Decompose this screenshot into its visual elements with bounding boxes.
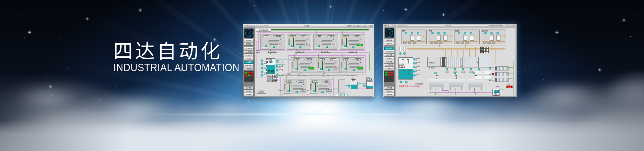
sidebar-nav-button[interactable]: P7 隐藏监控: [244, 67, 254, 70]
valve-dot: [263, 37, 264, 38]
pt-label: PT601: [507, 84, 510, 85]
io-chip: [317, 70, 324, 71]
valve-dot: [449, 36, 450, 37]
pump-icon: [299, 46, 302, 48]
nav-right-button[interactable]: ▶: [247, 25, 249, 27]
sidebar-nav-button[interactable]: P1 预处理: [384, 47, 394, 50]
io-chip: [292, 70, 299, 71]
flow-tube: [403, 47, 405, 51]
mini-table-value: 0.3: [484, 49, 489, 51]
dosing-skid: PAML: [428, 30, 453, 44]
value-display: 38.2: [290, 35, 296, 37]
minimize-button[interactable]: –: [511, 24, 513, 27]
pump-icon: [478, 68, 480, 70]
close-button[interactable]: ×: [370, 25, 373, 27]
sidebar-nav-button[interactable]: P6 化学清洗: [244, 64, 254, 67]
sidebar-nav-button[interactable]: P5 反渗透: [384, 60, 394, 63]
valve-dot: [311, 82, 312, 83]
alarm-button[interactable]: 报警查看: [384, 39, 394, 42]
dosing-tank: [443, 35, 447, 41]
agitator-icon: [496, 32, 499, 34]
sidebar-nav-button[interactable]: P4 超滤: [384, 57, 394, 60]
mini-table-label: FT: [480, 51, 484, 53]
scada-screenshot-pretreatment[interactable]: ◀▶12/02/1609:05:01 上午运行监视高级用户(P16998级)0.…: [383, 24, 517, 97]
sidebar-nav-button[interactable]: P7 隐藏监控: [384, 67, 394, 70]
status-cell: [391, 71, 393, 73]
titlebar: ◀▶12/02/1609:05:01 上午运行监视高级用户(P16998级)0.…: [243, 24, 373, 28]
user-button[interactable]: 退出系统: [384, 93, 394, 96]
io-chip: [434, 42, 438, 44]
banner-title-english: INDUSTRIAL AUTOMATION: [113, 62, 239, 74]
sidebar-nav-button[interactable]: P2 V型滤池: [244, 51, 254, 54]
dosing-skid: Na2CO3L: [481, 30, 506, 44]
alarm-button[interactable]: 报警消音: [384, 42, 394, 45]
nav-right-button[interactable]: ▶: [387, 24, 389, 27]
value-display: 29.2: [343, 35, 349, 37]
display-label: FT: [304, 59, 306, 60]
nav-left-button[interactable]: ◀: [244, 25, 246, 27]
sidebar-nav-button[interactable]: P4 超滤: [244, 57, 254, 60]
tank-body: [351, 82, 358, 89]
titlebar-view-mode: 运行监视: [408, 24, 489, 27]
membrane-vessel: [299, 63, 310, 65]
ro-unit: CT1.2FT180.9A停机: [260, 34, 284, 50]
io-chip: [341, 70, 348, 71]
star: [622, 27, 623, 27]
sidebar-nav-button[interactable]: P3 多介质: [384, 54, 394, 57]
indicator-row: [245, 72, 253, 74]
minimize-button[interactable]: –: [368, 25, 370, 27]
mini-table-row: FT6.1: [480, 51, 489, 53]
io-chip: [461, 42, 464, 44]
value-display: 1.2: [264, 35, 269, 37]
sidebar-nav-button[interactable]: P1 预处理: [244, 47, 254, 50]
alarm-button[interactable]: 报警消音: [244, 43, 254, 46]
sidebar-nav-button[interactable]: P2 V型滤池: [384, 50, 394, 53]
user-button[interactable]: 用户登出: [384, 90, 394, 93]
marker: A: [303, 84, 304, 85]
pipe-tag: [416, 62, 420, 64]
titlebar-time: 09:05:01 上午: [257, 25, 267, 27]
press-valve: [492, 73, 494, 75]
alarm-button[interactable]: 报警查看: [244, 39, 254, 42]
local-control-button[interactable]: 就地控制: [257, 91, 266, 94]
marker: A: [360, 38, 361, 40]
scada-screenshot-ro-system[interactable]: ◀▶12/02/1609:05:01 上午运行监视高级用户(P16998级)0.…: [243, 24, 374, 97]
value-display: 0.1: [330, 58, 336, 60]
user-button[interactable]: 用户登出: [244, 90, 254, 93]
pump-icon: [434, 72, 437, 74]
cloud: [13, 87, 80, 113]
ro-unit: CT28.6FT0.1A停机: [313, 34, 337, 50]
titlebar-user: 高级用户(P16998级): [346, 25, 361, 27]
pipe-tag: [445, 71, 448, 73]
pump-icon: [413, 66, 416, 68]
ro-unit-label: RO002: [295, 51, 304, 53]
hero-banner[interactable]: 四达自动化 INDUSTRIAL AUTOMATION ◀▶12/02/1609…: [0, 0, 644, 151]
valve-dot: [293, 60, 294, 61]
titlebar-user: 高级用户(P16998级): [489, 24, 503, 27]
process-canvas: PACLPAMLNaOHLNa2CO3LL14012.3快速混合絮凝反应高密度沉…: [395, 28, 516, 97]
ro-unit-label: RO007: [348, 74, 357, 76]
pump-icon: [321, 91, 324, 93]
sludge-label: 污泥浓缩池: [415, 82, 423, 85]
io-chip: [456, 42, 460, 44]
close-button[interactable]: ×: [513, 24, 516, 27]
pump-icon: [400, 81, 402, 83]
user-button[interactable]: 退出系统: [244, 93, 254, 96]
user-button[interactable]: 用户管理: [244, 87, 254, 90]
status-badge: 停机: [304, 44, 310, 46]
titlebar-time: 09:05:01 上午: [397, 24, 408, 27]
nav-left-button[interactable]: ◀: [384, 24, 387, 27]
io-chip: [430, 42, 433, 44]
sidebar-nav-button[interactable]: P3 多介质: [244, 54, 254, 57]
sidebar-nav-button[interactable]: P5 反渗透: [244, 61, 254, 64]
mini-table-row: PT0.3: [480, 49, 489, 51]
sidebar-nav-button[interactable]: P6 化学清洗: [384, 64, 394, 67]
status-cell: [250, 74, 253, 76]
pipe-tag: [279, 61, 283, 62]
ro-unit: CT26.0FT0.1A空压: [283, 80, 307, 95]
value-display: 1.2: [319, 58, 325, 60]
pump-icon: [413, 58, 416, 60]
small-tank: L73044.04: [366, 77, 373, 89]
user-button[interactable]: 用户管理: [384, 87, 394, 90]
pump-icon: [403, 52, 406, 55]
